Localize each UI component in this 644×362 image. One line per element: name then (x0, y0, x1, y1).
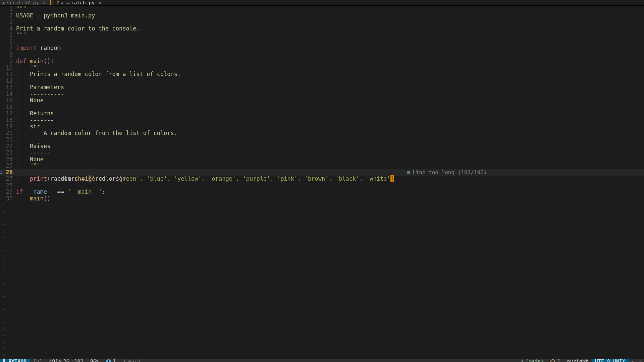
line-number: 2 (0, 12, 16, 19)
empty-line-tilde: ~ (0, 313, 5, 320)
code-text: __name__ (26, 188, 54, 195)
code-text: """ (16, 6, 26, 12)
code-text: ) (119, 175, 122, 182)
code-text: Parameters (30, 84, 64, 90)
status-diag-count: 1 (113, 359, 116, 362)
status-position: 491b 26 :102 (46, 359, 87, 362)
code-text: ( (95, 175, 98, 182)
status-context: ƒ main (119, 359, 143, 362)
lint-text: Line too long (102/100) (413, 169, 487, 176)
status-encoding: UTF-8 UNIX (592, 359, 629, 362)
line-number: 27 (0, 176, 16, 182)
sync-icon[interactable]: ↻ (629, 359, 637, 362)
line-number: 6 (0, 39, 16, 45)
code-text: random (40, 45, 61, 51)
line-number: 26 (0, 169, 16, 176)
code-text: ------ (30, 149, 50, 156)
code-text: colors (99, 175, 119, 182)
code-text: Raises (30, 143, 50, 149)
code-text: random (50, 175, 71, 182)
tab-separator (50, 0, 51, 5)
tab-separator (106, 0, 106, 5)
warning-icon (550, 359, 555, 362)
editor[interactable]: 1""" 2USAGE - python3 main.py 3 4Print a… (0, 6, 644, 359)
line-number: 14 (0, 91, 16, 98)
line-number: 7 (0, 45, 16, 52)
status-func-name: main (128, 359, 140, 362)
empty-line-tilde: ~ (0, 274, 5, 281)
info-icon: i (106, 359, 111, 362)
line-number: 4 (0, 25, 16, 32)
current-line: I 26 │ colors = ['red', 'green', 'blue',… (0, 169, 644, 176)
code-text: Returns (30, 110, 54, 117)
code-text: : (102, 188, 105, 195)
code-text: None (30, 97, 44, 104)
line-number: 10 (0, 65, 16, 71)
empty-line-tilde: ~ (0, 254, 5, 261)
lint-severity-icon (407, 171, 410, 174)
empty-line-tilde: ~ (0, 208, 5, 215)
line-number: 21 (0, 136, 16, 143)
status-diagnostics[interactable]: i 1 (103, 359, 119, 362)
line-number: 25 (0, 163, 16, 169)
line-number: 13 (0, 84, 16, 91)
line-number: 30 (0, 195, 16, 202)
line-number: 8 (0, 52, 16, 58)
empty-line-tilde: ~ (0, 235, 5, 241)
status-branch: (main) (526, 359, 544, 362)
code-text: 'red', 'green', 'blue', 'yellow', 'orang… (92, 175, 390, 182)
line-number: 23 (0, 149, 16, 156)
function-icon: ƒ (123, 359, 126, 362)
code-text: """ (16, 32, 26, 39)
empty-line-tilde: ~ (0, 261, 5, 267)
code-text: str (30, 123, 40, 130)
empty-line-tilde: ~ (0, 300, 5, 307)
status-vcs[interactable]: ⎇(main) (515, 359, 547, 362)
status-mode: [n] (30, 359, 46, 362)
close-icon[interactable]: × (43, 0, 46, 5)
tab-inactive[interactable]: ◆ scratch2.py × (0, 0, 54, 5)
line-number: 19 (0, 123, 16, 130)
cursor: ] (390, 175, 394, 182)
diagnostic-sign-icon: I (0, 169, 2, 176)
status-col: :102 (71, 359, 84, 362)
code-text: main (30, 58, 44, 64)
empty-line-tilde: ~ (0, 248, 5, 254)
status-bar: ▌ PYTHON [n] 491b 26 :102 86% i 1 ƒ main… (0, 359, 644, 362)
line-number: 20 (0, 130, 16, 137)
line-number: 3 (0, 19, 16, 25)
lint-message: Line too long (102/100) (407, 169, 487, 176)
empty-line-tilde: ~ (0, 228, 5, 235)
empty-line-tilde: ~ (0, 352, 5, 359)
code-text: == (54, 188, 68, 195)
line-number: 12 (0, 78, 16, 84)
code-text: """ (30, 64, 40, 71)
tab-filename: scratch.py (65, 0, 95, 5)
code-text: '__main__' (68, 188, 102, 195)
code-text: () (44, 195, 50, 202)
tab-index: 2 (56, 0, 59, 5)
line-number: 1 (0, 6, 16, 12)
status-line: 26 (63, 359, 69, 362)
empty-line-tilde: ~ (0, 202, 5, 208)
code-text: ) (122, 175, 126, 182)
file-icon: ◆ (3, 1, 5, 5)
code-text: ( (47, 175, 50, 182)
empty-line-tilde: ~ (0, 333, 5, 339)
code-text: main (30, 195, 44, 202)
status-warnings[interactable]: 1 (547, 359, 564, 362)
status-warn-count: 1 (557, 359, 560, 362)
empty-line-tilde: ~ (0, 280, 5, 287)
code-text: """ (30, 162, 40, 169)
tab-active[interactable]: 2 ◆ scratch.py × (54, 0, 109, 5)
empty-line-tilde: ~ (0, 306, 5, 313)
close-icon[interactable]: × (99, 0, 102, 5)
code-text: ---------- (30, 90, 64, 97)
line-number: 5 (0, 32, 16, 39)
code-text: choice (74, 175, 95, 182)
status-percent: 86% (87, 359, 103, 362)
branch-icon: ⎇ (518, 359, 524, 362)
line-number: 24 (0, 156, 16, 163)
empty-line-tilde: ~ (0, 215, 5, 222)
empty-line-tilde: ~ (0, 319, 5, 326)
